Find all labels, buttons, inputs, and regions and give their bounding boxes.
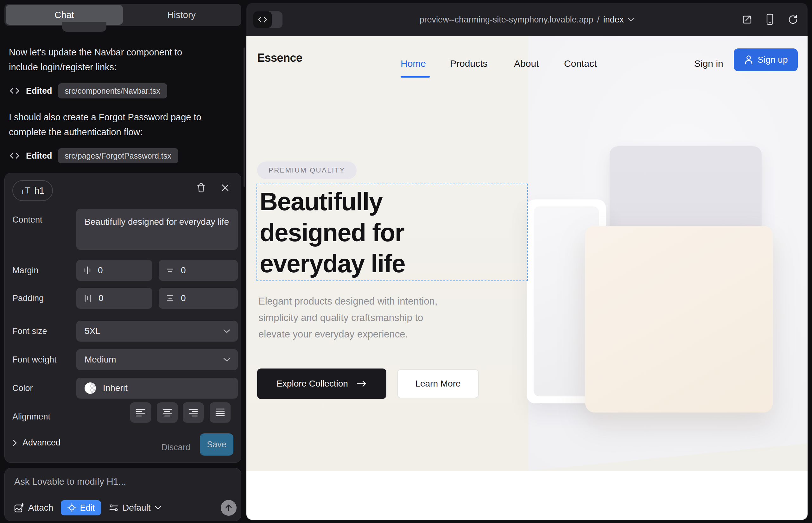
attach-image-icon: [14, 502, 24, 513]
hero-paragraph: Elegant products designed with intention…: [259, 293, 437, 343]
preview-actions: [740, 13, 799, 26]
chat-history-tabbar: Chat History: [4, 4, 241, 26]
trash-icon: [196, 182, 206, 193]
font-weight-select[interactable]: Medium: [76, 349, 238, 370]
padding-y-value: 0: [181, 293, 186, 303]
edited-file-row: Edited src/components/Navbar.tsx: [9, 83, 167, 99]
margin-x-value: 0: [98, 265, 103, 275]
open-in-new-tab-button[interactable]: [740, 13, 754, 26]
align-right-button[interactable]: [183, 402, 204, 422]
preview-url-page: index: [603, 15, 624, 25]
advanced-label: Advanced: [22, 438, 60, 448]
explore-collection-label: Explore Collection: [277, 379, 348, 389]
app-root: Chat History Now let's update the Navbar…: [0, 0, 812, 523]
external-link-icon: [741, 14, 753, 25]
padding-vertical-icon: [166, 294, 175, 303]
chat-message-line: complete the authentication flow:: [9, 125, 234, 140]
margin-x-input[interactable]: 0: [76, 260, 152, 281]
preview-url-bar[interactable]: preview--charming-site-symphony.lovable.…: [246, 3, 808, 36]
site-viewport: Essence Home Products About Contact Sign…: [246, 36, 808, 520]
target-icon: [67, 503, 77, 512]
font-size-value: 5XL: [85, 326, 100, 336]
chevron-down-icon: [223, 329, 231, 334]
color-value: Inherit: [103, 383, 128, 393]
tab-chat[interactable]: Chat: [6, 5, 123, 25]
discard-button[interactable]: Discard: [157, 438, 195, 457]
close-editor-button[interactable]: [219, 181, 231, 194]
site-logo[interactable]: Essence: [257, 51, 302, 65]
arrow-up-icon: [225, 504, 232, 512]
align-center-button[interactable]: [157, 402, 178, 422]
scrolled-chip-remnant: [62, 22, 106, 32]
sign-in-link[interactable]: Sign in: [694, 58, 723, 69]
content-textarea[interactable]: Beautifully designed for everyday life: [76, 209, 238, 250]
explore-collection-button[interactable]: Explore Collection: [257, 368, 386, 399]
chat-message-line: Now let's update the Navbar component to: [9, 45, 234, 60]
preview-frame: preview--charming-site-symphony.lovable.…: [246, 3, 808, 520]
element-editor-panel: TT h1 Content Beautifully designed for e…: [4, 173, 241, 463]
attach-button[interactable]: Attach: [14, 502, 53, 513]
padding-label: Padding: [12, 293, 44, 303]
chat-message: I should also create a Forgot Password p…: [9, 110, 234, 140]
padding-x-input[interactable]: 0: [76, 288, 152, 309]
typography-icon: TT: [21, 186, 31, 195]
align-center-icon: [162, 408, 173, 417]
padding-y-input[interactable]: 0: [159, 288, 238, 309]
tab-history[interactable]: History: [123, 5, 240, 25]
file-path-chip[interactable]: src/pages/ForgotPassword.tsx: [58, 148, 178, 163]
hero-paragraph-line: simplicity and quality craftsmanship to: [259, 310, 437, 326]
learn-more-label: Learn More: [415, 379, 460, 389]
sign-up-button[interactable]: Sign up: [734, 49, 798, 71]
font-size-label: Font size: [12, 326, 47, 336]
mode-select[interactable]: Default: [109, 503, 161, 513]
nav-link-contact[interactable]: Contact: [564, 58, 597, 69]
refresh-icon: [787, 14, 798, 25]
chat-scrollbar[interactable]: [244, 48, 245, 187]
send-button[interactable]: [221, 500, 236, 516]
content-label: Content: [12, 215, 42, 225]
align-right-icon: [188, 408, 198, 417]
chevron-down-icon: [223, 357, 231, 362]
align-left-button[interactable]: [130, 402, 151, 422]
align-justify-icon: [215, 408, 226, 417]
hero-paragraph-line: elevate your everyday experience.: [259, 326, 437, 343]
nav-link-about[interactable]: About: [514, 58, 539, 69]
align-left-icon: [135, 408, 146, 417]
margin-y-input[interactable]: 0: [159, 260, 238, 281]
arrow-right-icon: [356, 380, 367, 387]
sliders-icon: [109, 503, 119, 512]
chat-input[interactable]: [14, 476, 204, 487]
mobile-view-button[interactable]: [763, 13, 777, 26]
file-path-chip[interactable]: src/components/Navbar.tsx: [58, 83, 167, 98]
close-icon: [220, 183, 230, 193]
code-icon: [9, 86, 20, 96]
learn-more-button[interactable]: Learn More: [397, 369, 479, 398]
edited-label: Edited: [26, 86, 52, 96]
color-select[interactable]: Inherit: [76, 378, 238, 399]
advanced-expander[interactable]: Advanced: [12, 438, 60, 448]
selected-h1-outline[interactable]: Beautifullydesigned foreveryday life: [257, 184, 528, 281]
align-justify-button[interactable]: [210, 402, 231, 422]
nav-link-home[interactable]: Home: [401, 58, 426, 69]
mode-label: Default: [123, 503, 151, 513]
chat-input-toolbar: Attach Edit Default: [14, 500, 161, 516]
refresh-button[interactable]: [786, 13, 799, 26]
code-icon: [9, 151, 20, 161]
selected-element-chip[interactable]: TT h1: [12, 180, 53, 201]
font-weight-value: Medium: [85, 355, 116, 365]
padding-horizontal-icon: [83, 293, 92, 303]
margin-horizontal-icon: [83, 266, 91, 275]
user-icon: [744, 55, 754, 65]
preview-url-separator: /: [597, 15, 600, 25]
sign-up-label: Sign up: [758, 55, 788, 65]
delete-element-button[interactable]: [195, 181, 208, 194]
chat-message-line: I should also create a Forgot Password p…: [9, 110, 234, 125]
save-button[interactable]: Save: [200, 433, 233, 455]
padding-x-value: 0: [99, 293, 104, 303]
edit-mode-pill[interactable]: Edit: [61, 500, 101, 516]
preview-header: preview--charming-site-symphony.lovable.…: [246, 3, 808, 36]
smartphone-icon: [766, 13, 774, 25]
nav-link-products[interactable]: Products: [450, 58, 488, 69]
chat-message: Now let's update the Navbar component to…: [9, 45, 234, 75]
font-size-select[interactable]: 5XL: [76, 321, 238, 342]
